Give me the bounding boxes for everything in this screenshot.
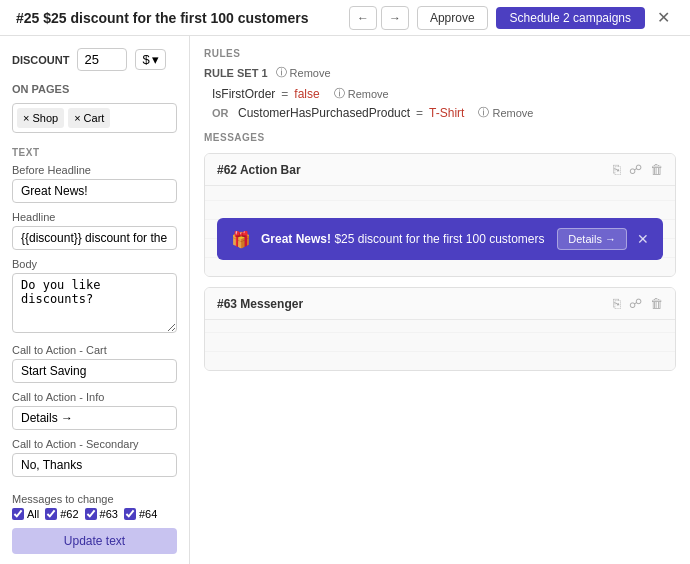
before-headline-label: Before Headline	[12, 164, 177, 176]
message-card-62: #62 Action Bar ⎘ ☍ 🗑 🎁	[204, 153, 676, 277]
cta-info-input[interactable]	[12, 406, 177, 430]
messages-section-label: MESSAGES	[204, 132, 676, 143]
discount-label: DISCOUNT	[12, 54, 69, 66]
rule1-key: IsFirstOrder	[212, 87, 275, 101]
on-pages-row: ON PAGES × Shop × Cart	[12, 83, 177, 133]
checkbox-62-label: #62	[60, 508, 78, 520]
modal-header: #25 $25 discount for the first 100 custo…	[0, 0, 690, 36]
checkbox-63-input[interactable]	[85, 508, 97, 520]
notification-details-button[interactable]: Details →	[557, 228, 627, 250]
cta-secondary-label: Call to Action - Secondary	[12, 438, 177, 450]
notification-bar: 🎁 Great News! $25 discount for the first…	[217, 218, 663, 260]
nav-controls: ← →	[349, 6, 409, 30]
rule2-prefix: OR	[212, 107, 232, 119]
rule1-op: =	[281, 87, 288, 101]
rules-section-label: RULES	[204, 48, 676, 59]
notification-bar-container: 🎁 Great News! $25 discount for the first…	[205, 218, 675, 260]
messages-section: MESSAGES #62 Action Bar ⎘ ☍ 🗑	[204, 132, 676, 371]
remove-rule1-link[interactable]: ⓘ Remove	[334, 86, 389, 101]
device-icon-2[interactable]: ☍	[629, 296, 642, 311]
before-headline-input[interactable]	[12, 179, 177, 203]
checkbox-62[interactable]: #62	[45, 508, 78, 520]
rule-set-header: RULE SET 1 ⓘ Remove	[204, 65, 676, 80]
tag-shop: × Shop	[17, 108, 64, 128]
close-button[interactable]: ✕	[653, 6, 674, 29]
tag-x-icon[interactable]: ×	[74, 112, 80, 124]
cta-cart-input[interactable]	[12, 359, 177, 383]
right-panel: RULES RULE SET 1 ⓘ Remove IsFirstOrder =…	[190, 36, 690, 564]
message-card-63-title: #63 Messenger	[217, 297, 303, 311]
headline-input[interactable]	[12, 226, 177, 250]
chat-icon[interactable]: ⎘	[613, 162, 621, 177]
remove-rule1-icon: ⓘ	[334, 86, 345, 101]
nav-prev-button[interactable]: ←	[349, 6, 377, 30]
card-62-icons: ⎘ ☍ 🗑	[613, 162, 663, 177]
message-card-62-title: #62 Action Bar	[217, 163, 301, 177]
tag-x-icon[interactable]: ×	[23, 112, 29, 124]
tags-container[interactable]: × Shop × Cart	[12, 103, 177, 133]
page-title: #25 $25 discount for the first 100 custo…	[16, 10, 341, 26]
modal: #25 $25 discount for the first 100 custo…	[0, 0, 690, 564]
message-card-63: #63 Messenger ⎘ ☍ 🗑	[204, 287, 676, 371]
remove-rule-set-label: Remove	[290, 67, 331, 79]
cta-secondary-input[interactable]	[12, 453, 177, 477]
notification-body-text: $25 discount for the first 100 customers	[334, 232, 544, 246]
rule2-key: CustomerHasPurchasedProduct	[238, 106, 410, 120]
schedule-button[interactable]: Schedule 2 campaigns	[496, 7, 645, 29]
nav-next-button[interactable]: →	[381, 6, 409, 30]
text-section-label: TEXT	[12, 147, 177, 158]
checkbox-64-input[interactable]	[124, 508, 136, 520]
tag-label: Shop	[32, 112, 58, 124]
checkbox-all[interactable]: All	[12, 508, 39, 520]
remove-rule-set-link[interactable]: ⓘ Remove	[276, 65, 331, 80]
message-card-62-preview: 🎁 Great News! $25 discount for the first…	[205, 186, 675, 276]
rule-row-1: IsFirstOrder = false ⓘ Remove	[204, 86, 676, 101]
preview-bg-2	[205, 320, 675, 370]
discount-input[interactable]	[77, 48, 127, 71]
tag-cart: × Cart	[68, 108, 110, 128]
tag-label: Cart	[84, 112, 105, 124]
left-panel: DISCOUNT $ ▾ ON PAGES × Shop	[0, 36, 190, 564]
messages-label: Messages to change	[12, 493, 177, 505]
currency-selector[interactable]: $ ▾	[135, 49, 165, 70]
chat-icon-2[interactable]: ⎘	[613, 296, 621, 311]
message-card-63-header: #63 Messenger ⎘ ☍ 🗑	[205, 288, 675, 320]
trash-icon-2[interactable]: 🗑	[650, 296, 663, 311]
approve-button[interactable]: Approve	[417, 6, 488, 30]
card-63-icons: ⎘ ☍ 🗑	[613, 296, 663, 311]
notification-icon: 🎁	[231, 230, 251, 249]
messages-to-change: Messages to change All #62 #63	[12, 493, 177, 520]
rule-set-label: RULE SET 1	[204, 67, 268, 79]
checkbox-63[interactable]: #63	[85, 508, 118, 520]
checkbox-all-label: All	[27, 508, 39, 520]
body-textarea[interactable]: Do you like discounts?	[12, 273, 177, 333]
checkbox-row: All #62 #63 #64	[12, 508, 177, 520]
rules-section: RULES RULE SET 1 ⓘ Remove IsFirstOrder =…	[204, 48, 676, 120]
device-icon[interactable]: ☍	[629, 162, 642, 177]
rule-row-2: OR CustomerHasPurchasedProduct = T-Shirt…	[204, 105, 676, 120]
chevron-down-icon: ▾	[152, 52, 159, 67]
message-card-63-preview	[205, 320, 675, 370]
rule1-val: false	[294, 87, 319, 101]
checkbox-63-label: #63	[100, 508, 118, 520]
checkbox-all-input[interactable]	[12, 508, 24, 520]
cta-cart-label: Call to Action - Cart	[12, 344, 177, 356]
remove-rule1-label: Remove	[348, 88, 389, 100]
trash-icon[interactable]: 🗑	[650, 162, 663, 177]
remove-rule2-link[interactable]: ⓘ Remove	[478, 105, 533, 120]
checkbox-64-label: #64	[139, 508, 157, 520]
remove-rule2-label: Remove	[492, 107, 533, 119]
headline-label: Headline	[12, 211, 177, 223]
rule2-op: =	[416, 106, 423, 120]
message-card-62-header: #62 Action Bar ⎘ ☍ 🗑	[205, 154, 675, 186]
update-text-button[interactable]: Update text	[12, 528, 177, 554]
rule2-val: T-Shirt	[429, 106, 464, 120]
modal-body: DISCOUNT $ ▾ ON PAGES × Shop	[0, 36, 690, 564]
notification-text: Great News! $25 discount for the first 1…	[261, 232, 547, 246]
discount-row: DISCOUNT $ ▾	[12, 48, 177, 71]
checkbox-64[interactable]: #64	[124, 508, 157, 520]
body-label: Body	[12, 258, 177, 270]
notification-close-button[interactable]: ✕	[637, 231, 649, 247]
checkbox-62-input[interactable]	[45, 508, 57, 520]
currency-value: $	[142, 52, 149, 67]
